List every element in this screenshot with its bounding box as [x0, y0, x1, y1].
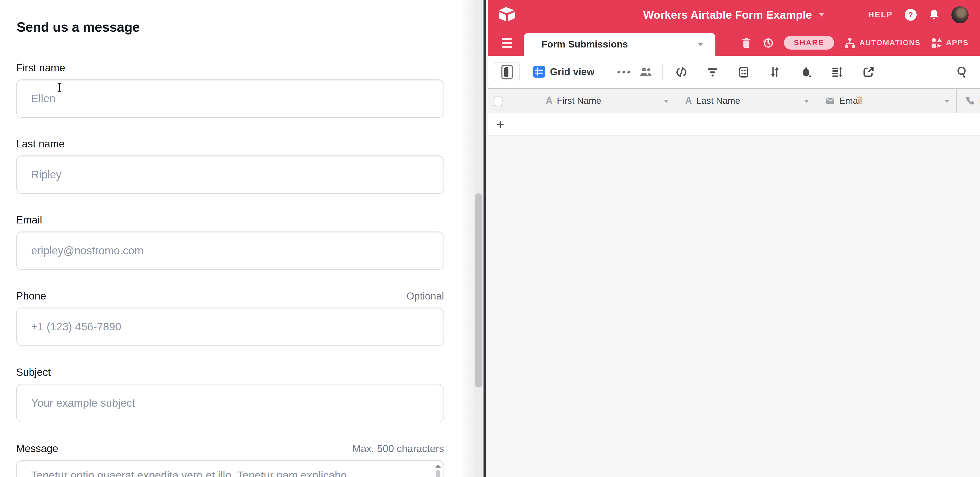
last-name-label: Last name: [16, 138, 65, 149]
airtable-toolbar: Form Submissions: [488, 30, 980, 56]
column-header-last-name[interactable]: A Last Name: [685, 89, 740, 113]
page-scroll-thumb[interactable]: [475, 193, 482, 387]
group-icon[interactable]: [737, 66, 750, 78]
menu-icon[interactable]: [502, 30, 512, 56]
scroll-up-arrow-icon[interactable]: [435, 464, 441, 468]
search-icon[interactable]: [956, 65, 968, 78]
text-field-type-icon: A: [546, 95, 552, 106]
first-name-label: First name: [16, 62, 65, 73]
column-menu-caret-icon[interactable]: [944, 100, 949, 103]
phone-optional-hint: Optional: [406, 290, 444, 302]
column-header-phone[interactable]: P: [965, 89, 980, 113]
automations-icon: [844, 36, 856, 49]
email-label: Email: [16, 214, 42, 225]
screen: Send us a message First name Last name E…: [0, 0, 980, 477]
divider: [662, 64, 663, 80]
email-field-type-icon: [825, 96, 835, 106]
apps-label: APPS: [946, 38, 969, 47]
collaborators-icon[interactable]: [639, 65, 653, 79]
view-bar: Grid view: [488, 56, 980, 88]
active-table-name: Form Submissions: [541, 39, 628, 50]
select-all-checkbox[interactable]: [494, 97, 503, 106]
add-row-icon[interactable]: [495, 120, 505, 129]
apps-icon: [931, 36, 942, 49]
page-gutter: [463, 0, 474, 477]
filter-icon[interactable]: [706, 66, 719, 78]
view-name[interactable]: Grid view: [550, 56, 594, 88]
hide-fields-icon[interactable]: [675, 66, 687, 78]
page-scrollbar[interactable]: [474, 0, 484, 477]
column-divider: [676, 136, 676, 477]
column-menu-caret-icon[interactable]: [804, 100, 809, 103]
last-name-input[interactable]: [16, 155, 444, 194]
message-field: Message Max. 500 characters Tenetur opti…: [16, 442, 444, 477]
history-icon[interactable]: [762, 36, 774, 49]
airtable-app-header: Workers Airtable Form Example HELP ?: [488, 0, 980, 30]
subject-input[interactable]: [16, 384, 444, 422]
last-name-field: Last name: [16, 138, 444, 194]
row-height-icon[interactable]: [831, 66, 843, 78]
sidebar-panel-icon: [501, 65, 513, 79]
table-chevron-down-icon[interactable]: [698, 43, 703, 46]
share-label: SHARE: [794, 38, 824, 47]
view-sidebar-toggle-button[interactable]: [495, 62, 520, 82]
chevron-down-icon: [819, 13, 824, 17]
phone-field-type-icon: [965, 96, 975, 106]
grid-body[interactable]: [488, 136, 980, 477]
column-name: First Name: [557, 95, 601, 106]
phone-input[interactable]: [16, 307, 444, 346]
phone-label: Phone: [16, 290, 46, 301]
column-menu-caret-icon[interactable]: [664, 100, 669, 103]
help-button[interactable]: HELP: [868, 10, 893, 19]
first-name-input[interactable]: [16, 79, 444, 118]
apps-button[interactable]: APPS: [931, 36, 969, 49]
message-label: Message: [16, 443, 58, 454]
textarea-scroll-thumb[interactable]: [436, 470, 441, 477]
tab-form-submissions[interactable]: Form Submissions: [524, 33, 715, 56]
automations-label: AUTOMATIONS: [859, 38, 921, 47]
user-avatar[interactable]: [951, 6, 969, 23]
column-header-email[interactable]: Email: [825, 89, 862, 113]
help-circle-icon[interactable]: ?: [905, 9, 916, 21]
airtable-window: Workers Airtable Form Example HELP ?: [488, 0, 980, 477]
subject-label: Subject: [16, 366, 51, 378]
email-field: Email: [16, 214, 444, 270]
base-title[interactable]: Workers Airtable Form Example: [643, 9, 812, 21]
message-text: Tenetur optio quaerat expedita vero et i…: [31, 468, 425, 477]
column-name: Last Name: [696, 95, 740, 106]
column-header-first-name[interactable]: A First Name: [546, 89, 601, 113]
page-title: Send us a message: [17, 19, 140, 35]
message-textarea[interactable]: Tenetur optio quaerat expedita vero et i…: [16, 460, 444, 477]
message-maxchars-hint: Max. 500 characters: [352, 443, 444, 455]
add-row[interactable]: [488, 113, 980, 136]
text-field-type-icon: A: [685, 95, 692, 106]
contact-form-page: Send us a message First name Last name E…: [0, 0, 463, 477]
column-name: P: [979, 95, 980, 106]
share-button[interactable]: SHARE: [784, 36, 834, 49]
textarea-scrollbar[interactable]: [435, 463, 441, 477]
window-divider: [484, 0, 486, 477]
notifications-bell-icon[interactable]: [929, 9, 940, 21]
question-mark: ?: [908, 10, 913, 19]
first-name-field: First name: [16, 62, 444, 118]
subject-field: Subject: [16, 366, 444, 422]
email-input[interactable]: [16, 231, 444, 270]
column-name: Email: [839, 95, 862, 106]
automations-button[interactable]: AUTOMATIONS: [844, 36, 921, 49]
text-cursor-icon: [57, 82, 62, 92]
more-options-icon[interactable]: [616, 70, 631, 74]
sort-icon[interactable]: [768, 66, 781, 78]
grid-view-icon[interactable]: [533, 66, 545, 78]
share-view-icon[interactable]: [862, 66, 875, 78]
grid-header-row: A First Name A Last Name Email: [488, 88, 980, 113]
phone-field: Phone Optional: [16, 290, 444, 346]
base-title-group[interactable]: Workers Airtable Form Example: [643, 0, 824, 30]
airtable-logo-icon[interactable]: [498, 6, 516, 23]
column-divider: [676, 113, 676, 135]
window-edge: [486, 0, 488, 477]
trash-icon[interactable]: [740, 36, 752, 49]
color-icon[interactable]: [800, 66, 812, 78]
